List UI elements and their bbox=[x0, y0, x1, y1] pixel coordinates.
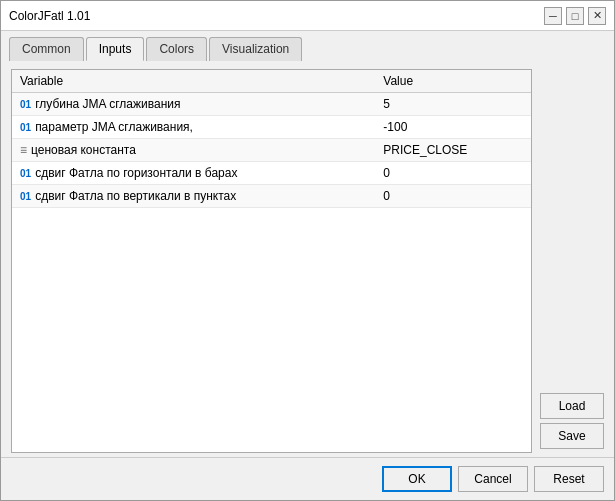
tab-common[interactable]: Common bbox=[9, 37, 84, 61]
tab-inputs[interactable]: Inputs bbox=[86, 37, 145, 61]
window-controls: ─ □ ✕ bbox=[544, 7, 606, 25]
col-variable-header: Variable bbox=[12, 70, 375, 93]
ok-button[interactable]: OK bbox=[382, 466, 452, 492]
variable-name: ценовая константа bbox=[31, 143, 136, 157]
minimize-button[interactable]: ─ bbox=[544, 7, 562, 25]
variable-cell[interactable]: 01параметр JMA сглаживания, bbox=[12, 116, 375, 139]
inputs-table-wrapper: Variable Value 01глубина JMA сглаживания… bbox=[11, 69, 532, 453]
variable-icon: 01 bbox=[20, 122, 31, 133]
table-row: 01сдвиг Фатла по вертикали в пунктах0 bbox=[12, 185, 531, 208]
window-title: ColorJFatl 1.01 bbox=[9, 9, 90, 23]
value-cell[interactable]: 0 bbox=[375, 185, 531, 208]
table-row: 01глубина JMA сглаживания5 bbox=[12, 93, 531, 116]
variable-name: сдвиг Фатла по горизонтали в барах bbox=[35, 166, 237, 180]
variable-icon: 01 bbox=[20, 99, 31, 110]
variable-cell[interactable]: 01сдвиг Фатла по вертикали в пунктах bbox=[12, 185, 375, 208]
variable-name: параметр JMA сглаживания, bbox=[35, 120, 193, 134]
value-cell[interactable]: PRICE_CLOSE bbox=[375, 139, 531, 162]
tab-colors[interactable]: Colors bbox=[146, 37, 207, 61]
reset-button[interactable]: Reset bbox=[534, 466, 604, 492]
tab-visualization[interactable]: Visualization bbox=[209, 37, 302, 61]
main-section: Variable Value 01глубина JMA сглаживания… bbox=[1, 61, 614, 457]
table-row: 01параметр JMA сглаживания,-100 bbox=[12, 116, 531, 139]
value-cell[interactable]: 5 bbox=[375, 93, 531, 116]
variable-cell[interactable]: ≡ценовая константа bbox=[12, 139, 375, 162]
variable-name: сдвиг Фатла по вертикали в пунктах bbox=[35, 189, 236, 203]
main-inner: Variable Value 01глубина JMA сглаживания… bbox=[11, 69, 604, 453]
table-row: ≡ценовая константаPRICE_CLOSE bbox=[12, 139, 531, 162]
bottom-bar: OK Cancel Reset bbox=[1, 457, 614, 500]
variable-icon: 01 bbox=[20, 191, 31, 202]
maximize-button[interactable]: □ bbox=[566, 7, 584, 25]
load-button[interactable]: Load bbox=[540, 393, 604, 419]
inputs-table: Variable Value 01глубина JMA сглаживания… bbox=[12, 70, 531, 208]
side-buttons: Load Save bbox=[540, 69, 604, 453]
save-button[interactable]: Save bbox=[540, 423, 604, 449]
value-cell[interactable]: -100 bbox=[375, 116, 531, 139]
tabs-bar: Common Inputs Colors Visualization bbox=[1, 31, 614, 61]
main-window: ColorJFatl 1.01 ─ □ ✕ Common Inputs Colo… bbox=[0, 0, 615, 501]
cancel-button[interactable]: Cancel bbox=[458, 466, 528, 492]
variable-name: глубина JMA сглаживания bbox=[35, 97, 180, 111]
close-button[interactable]: ✕ bbox=[588, 7, 606, 25]
table-row: 01сдвиг Фатла по горизонтали в барах0 bbox=[12, 162, 531, 185]
title-bar: ColorJFatl 1.01 ─ □ ✕ bbox=[1, 1, 614, 31]
variable-icon: ≡ bbox=[20, 143, 27, 157]
variable-cell[interactable]: 01сдвиг Фатла по горизонтали в барах bbox=[12, 162, 375, 185]
col-value-header: Value bbox=[375, 70, 531, 93]
variable-icon: 01 bbox=[20, 168, 31, 179]
variable-cell[interactable]: 01глубина JMA сглаживания bbox=[12, 93, 375, 116]
value-cell[interactable]: 0 bbox=[375, 162, 531, 185]
